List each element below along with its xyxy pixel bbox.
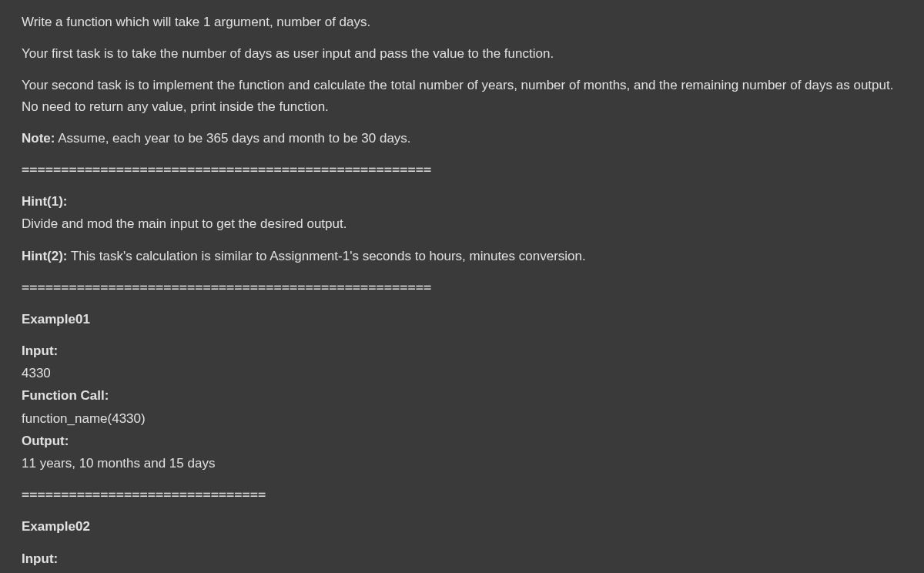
hint-1-block: Hint(1): Divide and mod the main input t… (22, 191, 902, 234)
hint-1-label: Hint(1): (22, 191, 902, 212)
example-1-output-label: Output: (22, 431, 902, 451)
example-1-input-value: 4330 (22, 363, 902, 384)
note-label: Note: (22, 131, 55, 146)
note-text: Assume, each year to be 365 days and mon… (55, 131, 410, 146)
divider-1: ========================================… (22, 159, 902, 180)
example-1-title: Example01 (22, 309, 902, 330)
example-1-input-label: Input: (22, 340, 902, 361)
hint-2-label: Hint(2): (22, 249, 67, 263)
intro-line-2: Your first task is to take the number of… (22, 43, 902, 64)
hint-2-text: This task's calculation is similar to As… (67, 249, 585, 263)
divider-2: ========================================… (22, 277, 902, 298)
intro-line-1: Write a function which will take 1 argum… (22, 12, 902, 32)
example-2-title: Example02 (22, 516, 902, 537)
example-2-input-label: Input: (22, 548, 902, 569)
example-1-output-value: 11 years, 10 months and 15 days (22, 453, 902, 474)
example-1-block: Input: 4330 Function Call: function_name… (22, 340, 902, 474)
hint-2-paragraph: Hint(2): This task's calculation is simi… (22, 246, 902, 266)
example-1-function-call-value: function_name(4330) (22, 408, 902, 429)
divider-3: =============================== (22, 484, 902, 505)
hint-1-text: Divide and mod the main input to get the… (22, 213, 902, 234)
example-1-function-call-label: Function Call: (22, 385, 902, 406)
note-paragraph: Note: Assume, each year to be 365 days a… (22, 128, 902, 149)
example-2-block: Input: 2250 Function Call: function_name… (22, 548, 902, 573)
intro-line-3: Your second task is to implement the fun… (22, 75, 902, 116)
